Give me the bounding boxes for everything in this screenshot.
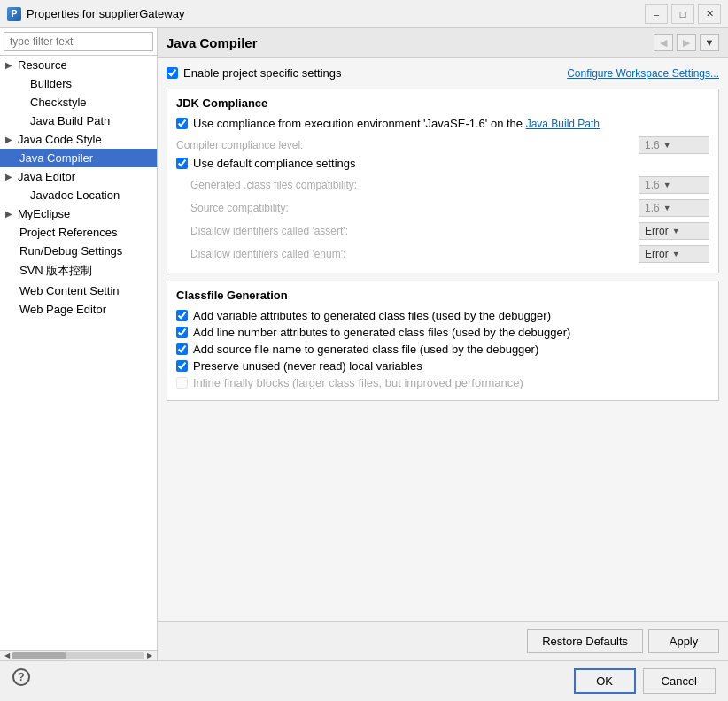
preserve-unused-label[interactable]: Preserve unused (never read) local varia… [193, 359, 422, 373]
add-variable-label[interactable]: Add variable attributes to generated cla… [193, 309, 551, 322]
sidebar-item-myeclipse[interactable]: ▶ MyEclipse [0, 204, 157, 223]
sidebar-item-label: Java Code Style [18, 133, 102, 146]
window-icon: P [7, 7, 21, 21]
source-compat-value: 1.6 [645, 202, 660, 214]
sidebar-item-javadoc-location[interactable]: Javadoc Location [0, 186, 157, 204]
sidebar-item-label: Web Page Editor [19, 303, 106, 316]
use-compliance-text: Use compliance from execution environmen… [193, 117, 526, 130]
compiler-compliance-label: Compiler compliance level: [176, 139, 639, 151]
sidebar-item-web-content[interactable]: Web Content Settin [0, 281, 157, 300]
add-line-number-row: Add line number attributes to generated … [176, 326, 709, 339]
nav-menu-button[interactable]: ▼ [700, 34, 719, 51]
disallow-assert-label: Disallow identifiers called 'assert': [190, 225, 639, 237]
chevron-down-icon: ▼ [672, 227, 680, 235]
use-compliance-label[interactable]: Use compliance from execution environmen… [193, 117, 600, 130]
enable-specific-checkbox[interactable] [167, 67, 178, 79]
configure-workspace-link[interactable]: Configure Workspace Settings... [567, 67, 719, 80]
add-variable-checkbox[interactable] [176, 310, 188, 321]
generated-class-row: Generated .class files compatibility: 1.… [176, 173, 709, 196]
main-content: ▶ Resource Builders Checkstyle Java Buil… [0, 28, 728, 660]
preserve-unused-checkbox[interactable] [176, 360, 188, 372]
panel-header: Java Compiler ◀ ▶ ▼ [158, 28, 728, 58]
add-line-number-label[interactable]: Add line number attributes to generated … [193, 326, 570, 339]
java-build-path-link[interactable]: Java Build Path [526, 118, 600, 130]
right-panel: Java Compiler ◀ ▶ ▼ Enable project speci… [158, 28, 728, 660]
add-line-number-checkbox[interactable] [176, 327, 188, 338]
disallow-assert-dropdown[interactable]: Error ▼ [639, 222, 709, 240]
preserve-unused-row: Preserve unused (never read) local varia… [176, 359, 709, 373]
source-compat-dropdown: 1.6 ▼ [639, 199, 709, 217]
sidebar-item-project-references[interactable]: Project References [0, 223, 157, 242]
panel-title: Java Compiler [167, 35, 258, 50]
disallow-enum-dropdown[interactable]: Error ▼ [639, 245, 709, 263]
sidebar-item-svn[interactable]: SVN 版本控制 [0, 260, 157, 281]
sidebar-item-label: Project References [19, 226, 118, 239]
apply-button[interactable]: Apply [648, 629, 719, 653]
help-button[interactable]: ? [12, 668, 30, 686]
expand-icon: ▶ [5, 60, 16, 70]
footer-bar: ? OK Cancel [0, 660, 728, 701]
disallow-enum-row: Disallow identifiers called 'enum': Erro… [176, 243, 709, 266]
scrollbar-thumb[interactable] [12, 652, 66, 659]
add-variable-row: Add variable attributes to generated cla… [176, 309, 709, 322]
chevron-down-icon: ▼ [672, 250, 680, 258]
use-compliance-checkbox[interactable] [176, 118, 188, 129]
sidebar-item-label: Java Build Path [30, 114, 110, 127]
generated-class-label: Generated .class files compatibility: [190, 179, 639, 191]
window-title: Properties for supplierGateway [27, 7, 645, 20]
sidebar-item-java-compiler[interactable]: Java Compiler [0, 149, 157, 167]
disallow-enum-value: Error [645, 248, 669, 260]
maximize-button[interactable]: □ [671, 4, 694, 24]
scroll-right-arrow[interactable]: ▶ [144, 651, 155, 661]
jdk-section-title: JDK Compliance [176, 96, 709, 110]
chevron-down-icon: ▼ [663, 181, 671, 189]
panel-nav: ◀ ▶ ▼ [654, 34, 719, 51]
add-source-file-label[interactable]: Add source file name to generated class … [193, 343, 538, 356]
generated-class-value: 1.6 [645, 179, 660, 191]
sidebar-item-run-debug[interactable]: Run/Debug Settings [0, 242, 157, 260]
add-source-file-row: Add source file name to generated class … [176, 343, 709, 356]
sidebar-scrollbar: ◀ ▶ [0, 650, 157, 660]
close-button[interactable]: ✕ [698, 4, 721, 24]
enable-specific-label[interactable]: Enable project specific settings [183, 66, 341, 80]
use-default-checkbox[interactable] [176, 158, 188, 169]
tree-container: ▶ Resource Builders Checkstyle Java Buil… [0, 56, 157, 650]
inline-finally-row: Inline finally blocks (larger class file… [176, 376, 709, 389]
ok-button[interactable]: OK [574, 668, 636, 694]
add-source-file-checkbox[interactable] [176, 343, 188, 355]
sidebar-item-label: Javadoc Location [30, 189, 120, 202]
sidebar-item-label: Run/Debug Settings [19, 244, 122, 258]
window-controls: – □ ✕ [645, 4, 721, 24]
sidebar-item-label: SVN 版本控制 [19, 263, 92, 279]
enable-specific-row: Enable project specific settings [167, 66, 341, 80]
top-row: Enable project specific settings Configu… [167, 66, 719, 80]
sidebar-item-resource[interactable]: ▶ Resource [0, 56, 157, 74]
scroll-left-arrow[interactable]: ◀ [2, 651, 12, 661]
search-input[interactable] [4, 32, 153, 51]
minimize-button[interactable]: – [645, 4, 668, 24]
sidebar-item-checkstyle[interactable]: Checkstyle [0, 93, 157, 112]
sidebar-item-java-code-style[interactable]: ▶ Java Code Style [0, 130, 157, 149]
sidebar-item-label: MyEclipse [18, 207, 70, 220]
compiler-compliance-row: Compiler compliance level: 1.6 ▼ [176, 134, 709, 157]
scrollbar-track [12, 652, 144, 659]
footer-left: ? [12, 668, 567, 694]
sidebar: ▶ Resource Builders Checkstyle Java Buil… [0, 28, 158, 660]
sidebar-item-web-page-editor[interactable]: Web Page Editor [0, 300, 157, 319]
restore-defaults-button[interactable]: Restore Defaults [527, 629, 643, 653]
panel-content: Enable project specific settings Configu… [158, 58, 728, 621]
source-compat-label: Source compatibility: [190, 202, 639, 214]
use-default-label[interactable]: Use default compliance settings [193, 157, 356, 170]
bottom-bar: Restore Defaults Apply [158, 621, 728, 660]
sidebar-item-java-editor[interactable]: ▶ Java Editor [0, 167, 157, 186]
nav-forward-button[interactable]: ▶ [677, 34, 696, 51]
search-box [0, 28, 157, 56]
title-bar: P Properties for supplierGateway – □ ✕ [0, 0, 728, 28]
inline-finally-label: Inline finally blocks (larger class file… [193, 376, 523, 389]
jdk-compliance-section: JDK Compliance Use compliance from execu… [167, 89, 719, 273]
sidebar-item-java-build-path[interactable]: Java Build Path [0, 112, 157, 130]
sidebar-item-label: Builders [30, 77, 72, 90]
cancel-button[interactable]: Cancel [643, 668, 716, 694]
sidebar-item-builders[interactable]: Builders [0, 74, 157, 93]
nav-back-button[interactable]: ◀ [654, 34, 673, 51]
